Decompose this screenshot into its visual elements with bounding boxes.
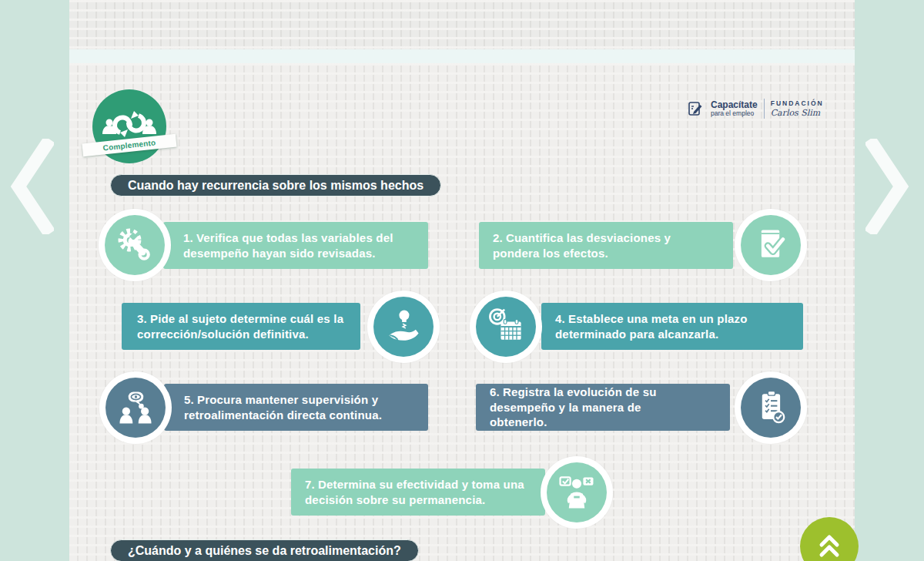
step-text: Verifica que todas las variables del des… (183, 231, 393, 260)
step-number: 3. (137, 312, 147, 325)
gear-wrench-icon (113, 223, 156, 267)
step-bar-3: 3.Pide al sujeto determine cuál es la co… (122, 303, 360, 350)
page-top-strip (69, 0, 855, 49)
chevron-right-icon[interactable] (865, 139, 912, 234)
section-header-recurrencia: Cuando hay recurrencia sobre los mismos … (110, 174, 441, 197)
clipboard-check-icon (749, 386, 792, 429)
step-bar-4: 4.Establece una meta en un plazo determi… (541, 303, 803, 350)
step-number: 5. (184, 393, 194, 406)
step-number: 4. (555, 312, 565, 325)
chevron-left-icon[interactable] (8, 139, 54, 234)
target-calendar-icon (484, 305, 527, 348)
step-text: Establece una meta en un plazo determina… (555, 312, 748, 341)
section-header-cuando-quienes: ¿Cuándo y a quiénes se da retroalimentac… (110, 539, 419, 561)
fundacion-logo-text: FUNDACIÓN Carlos Slim (771, 99, 824, 117)
fundacion-script: Carlos Slim (771, 108, 824, 118)
step-icon-3 (367, 291, 440, 363)
hand-bulb-icon (382, 305, 425, 348)
step-bar-1: 1.Verifica que todas las variables del d… (163, 222, 428, 269)
clipboard-pencil-icon (688, 100, 705, 117)
book-check-icon (749, 223, 792, 267)
step-icon-4 (470, 291, 542, 363)
step-text: Cuantifica las desviaciones y pondera lo… (493, 231, 671, 260)
prev-slide-rail[interactable] (0, 0, 69, 561)
step-number: 7. (305, 478, 315, 491)
step-number: 2. (493, 231, 503, 244)
course-slide-viewer: Complemento RETROALIMENTACIÓN EN EL TRAB… (0, 0, 924, 561)
brand-logos: Capacítate para el empleo FUNDACIÓN Carl… (688, 99, 824, 119)
step-icon-5 (99, 371, 172, 444)
step-number: 1. (183, 231, 193, 244)
step-text: Pide al sujeto determine cuál es la corr… (137, 312, 343, 341)
step-icon-6 (735, 371, 807, 444)
capacitate-logo-text: Capacítate para el empleo (711, 100, 758, 117)
person-decision-icon (555, 471, 598, 514)
step-bar-2: 2.Cuantifica las desviaciones y pondera … (479, 222, 733, 269)
chevron-double-up-icon (815, 533, 843, 559)
step-text: Registra la evolución de su desempeño y … (490, 385, 657, 429)
next-slide-rail[interactable] (855, 0, 924, 561)
step-icon-2 (735, 209, 807, 281)
step-icon-7 (541, 456, 613, 529)
step-bar-6: 6.Registra la evolución de su desempeño … (476, 384, 730, 431)
step-bar-5: 5.Procura mantener supervisión y retroal… (164, 384, 428, 431)
slide-gap-band (69, 49, 855, 63)
people-chat-eye-icon (114, 386, 157, 429)
step-icon-1 (99, 209, 171, 281)
fundacion-name: FUNDACIÓN (771, 99, 824, 107)
step-text: Procura mantener supervisión y retroalim… (184, 393, 382, 422)
capacitate-name: Capacítate (711, 100, 758, 110)
step-number: 6. (490, 385, 500, 398)
capacitate-subtitle: para el empleo (711, 110, 758, 117)
step-bar-7: 7.Determina su efectividad y toma una de… (291, 469, 545, 516)
step-text: Determina su efectividad y toma una deci… (305, 478, 524, 506)
brand-divider (764, 99, 765, 119)
